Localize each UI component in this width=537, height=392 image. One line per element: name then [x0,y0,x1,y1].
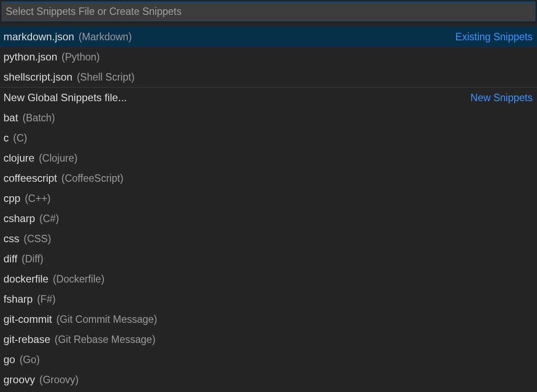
snippet-item-go[interactable]: go (Go) [0,350,537,370]
item-label: go [4,353,15,366]
item-description: (Markdown) [78,31,131,43]
row-left: shellscript.json (Shell Script) [4,71,134,83]
row-left: diff (Diff) [4,253,43,265]
item-label: shellscript.json [4,71,72,83]
row-left: New Global Snippets file... [4,92,131,104]
item-label: markdown.json [4,31,74,43]
item-description: (Git Commit Message) [57,314,157,325]
row-left: css (CSS) [4,233,51,245]
snippet-item-c[interactable]: c (C) [0,128,537,148]
row-left: fsharp (F#) [4,293,56,305]
item-description: (CSS) [24,233,51,245]
item-label: csharp [4,212,35,225]
item-label: bat [4,112,18,124]
item-description: (Dockerfile) [53,273,105,285]
item-description: (Diff) [22,253,43,265]
item-description: (C) [13,132,27,144]
row-left: dockerfile (Dockerfile) [4,273,104,285]
item-label: coffeescript [4,172,57,184]
snippet-item-groovy[interactable]: groovy (Groovy) [0,370,537,390]
item-label: git-commit [4,313,52,325]
item-description: (C++) [25,193,51,205]
snippet-item-git-rebase[interactable]: git-rebase (Git Rebase Message) [0,329,537,350]
row-left: c (C) [4,132,27,144]
item-description: (C#) [39,213,59,225]
results-list: markdown.json (Markdown) Existing Snippe… [0,23,537,390]
item-description: (Python) [62,51,100,63]
item-label: groovy [4,374,35,386]
item-label: New Global Snippets file... [4,92,127,104]
snippet-item-bat[interactable]: bat (Batch) [0,108,537,128]
snippet-item-fsharp[interactable]: fsharp (F#) [0,289,537,309]
item-label: css [4,233,19,245]
snippet-item-diff[interactable]: diff (Diff) [0,249,537,269]
snippet-item-cpp[interactable]: cpp (C++) [0,188,537,208]
row-left: go (Go) [4,353,40,366]
item-description: (Groovy) [39,374,78,386]
snippet-item-coffeescript[interactable]: coffeescript (CoffeeScript) [0,168,537,188]
snippet-item-csharp[interactable]: csharp (C#) [0,208,537,229]
row-left: markdown.json (Markdown) [4,31,132,43]
snippet-item-markdown[interactable]: markdown.json (Markdown) Existing Snippe… [0,27,537,47]
snippets-search-input[interactable] [2,2,535,21]
item-description: (F#) [37,293,56,305]
search-wrapper [0,0,537,23]
row-left: bat (Batch) [4,112,55,124]
item-description: (CoffeeScript) [61,173,123,184]
item-label: dockerfile [4,273,49,285]
item-label: cpp [4,192,21,205]
snippet-item-shellscript[interactable]: shellscript.json (Shell Script) [0,67,537,87]
row-left: groovy (Groovy) [4,374,79,386]
item-description: (Go) [20,354,40,366]
row-left: cpp (C++) [4,192,51,205]
row-left: git-commit (Git Commit Message) [4,313,157,325]
row-left: git-rebase (Git Rebase Message) [4,333,155,346]
item-label: git-rebase [4,333,50,346]
snippet-item-dockerfile[interactable]: dockerfile (Dockerfile) [0,269,537,289]
item-description: (Batch) [22,112,55,124]
section-new-label: New Snippets [470,92,533,104]
item-label: diff [4,253,18,265]
snippet-item-css[interactable]: css (CSS) [0,229,537,249]
item-description: (Git Rebase Message) [55,334,155,346]
snippet-item-clojure[interactable]: clojure (Clojure) [0,148,537,168]
row-left: coffeescript (CoffeeScript) [4,172,124,184]
row-left: python.json (Python) [4,51,100,63]
item-label: python.json [4,51,57,63]
item-label: fsharp [4,293,33,305]
row-left: clojure (Clojure) [4,152,78,164]
item-label: c [4,132,9,144]
row-left: csharp (C#) [4,212,59,225]
quickpick-container: markdown.json (Markdown) Existing Snippe… [0,0,537,390]
snippet-item-python[interactable]: python.json (Python) [0,47,537,67]
section-existing-label: Existing Snippets [456,31,533,43]
new-global-snippets-item[interactable]: New Global Snippets file... New Snippets [0,88,537,108]
item-description: (Clojure) [39,152,78,164]
item-label: clojure [4,152,35,164]
snippet-item-git-commit[interactable]: git-commit (Git Commit Message) [0,309,537,329]
item-description: (Shell Script) [77,71,134,83]
